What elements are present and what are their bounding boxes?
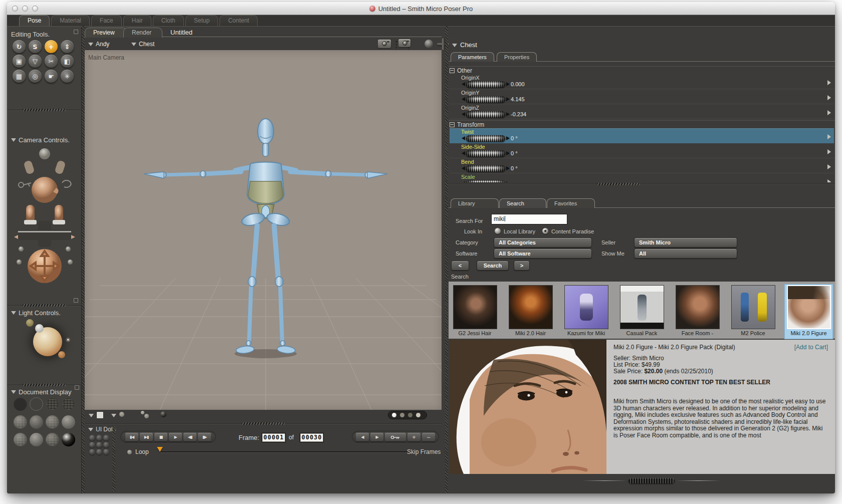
translate-in-out-tool-icon[interactable]: ⇕ <box>61 40 74 53</box>
tab-render[interactable]: Render <box>123 28 162 38</box>
collapse-triangle-icon[interactable] <box>11 390 16 394</box>
go-start-button[interactable]: ▮◀ <box>125 433 138 441</box>
grouping-tool-icon[interactable]: ☛ <box>45 70 58 83</box>
result-thumbnail[interactable] <box>731 285 775 329</box>
ui-dots-resize-handle[interactable] <box>112 426 115 491</box>
light-indicator-2[interactable] <box>35 324 44 333</box>
section-divider[interactable] <box>7 108 81 112</box>
collapse-box-icon[interactable] <box>450 122 455 127</box>
tab-content[interactable]: Content <box>220 15 258 26</box>
tab-cloth[interactable]: Cloth <box>153 15 184 26</box>
window-shade-button[interactable] <box>74 30 78 34</box>
figure-menu-triangle-icon[interactable] <box>88 43 93 46</box>
tab-face[interactable]: Face <box>91 15 122 26</box>
light-indicator-3[interactable] <box>58 351 65 358</box>
tab-search[interactable]: Search <box>499 198 546 208</box>
collapse-box-icon[interactable] <box>450 68 455 73</box>
param-menu-arrow[interactable] <box>827 149 831 154</box>
collapse-triangle-icon[interactable] <box>11 138 16 142</box>
param-value[interactable]: 0 ° <box>511 135 518 141</box>
result-thumbnail[interactable] <box>620 285 664 329</box>
tab-parameters[interactable]: Parameters <box>451 52 494 62</box>
trackball-icon[interactable] <box>425 40 433 48</box>
ui-dots-triangle-icon[interactable] <box>88 428 93 431</box>
content-paradise-option-label[interactable]: Content Paradise <box>551 228 594 234</box>
panel-resize-handle[interactable] <box>445 26 448 493</box>
stop-button[interactable]: ■ <box>154 433 167 441</box>
direct-manipulation-tool-icon[interactable]: ✳ <box>61 70 74 83</box>
multi-ball-icon[interactable] <box>141 411 144 414</box>
param-row-twist[interactable]: Twist 0 ° <box>450 128 834 143</box>
display-dot[interactable] <box>416 413 420 417</box>
tracking-ball-icon[interactable] <box>119 412 124 417</box>
chain-break-tool-icon[interactable]: ✂ <box>45 55 58 68</box>
animation-divider[interactable] <box>85 422 442 425</box>
param-value[interactable]: 4.145 <box>511 96 525 102</box>
taper-tool-icon[interactable]: ▽ <box>29 55 42 68</box>
param-value[interactable]: 0 ° <box>511 165 518 171</box>
timeline-marker[interactable] <box>157 447 163 455</box>
result-thumbnail[interactable] <box>564 285 608 329</box>
titlebar[interactable]: Untitled – Smith Micro Poser Pro <box>7 2 835 15</box>
search-input[interactable]: miki <box>491 214 567 224</box>
result-thumbnail[interactable] <box>509 285 553 329</box>
translate-tool-icon[interactable]: + <box>45 40 58 53</box>
view-magnifier-tool-icon[interactable]: ◎ <box>29 70 42 83</box>
element-menu-triangle-icon[interactable] <box>131 43 136 46</box>
camera-flash-icon[interactable] <box>398 39 410 47</box>
full-tracking-ball-icon[interactable] <box>160 411 166 417</box>
timeline-track[interactable] <box>160 451 414 452</box>
param-value[interactable]: 0 ° <box>511 150 518 156</box>
result-item[interactable]: Face Room - <box>674 285 721 339</box>
software-dropdown[interactable]: All Software <box>494 248 592 259</box>
scale-tool-icon[interactable]: ▣ <box>13 55 26 68</box>
next-keyframe-button[interactable]: ▶ <box>370 433 383 441</box>
tab-setup[interactable]: Setup <box>185 15 218 26</box>
prev-keyframe-button[interactable]: ◀ <box>356 433 369 441</box>
tab-properties[interactable]: Properties <box>497 52 537 62</box>
tab-preview[interactable]: Preview <box>85 28 128 38</box>
local-library-option-label[interactable]: Local Library <box>504 228 535 234</box>
delete-keyframe-button[interactable]: − <box>422 433 435 441</box>
section-divider[interactable] <box>7 304 81 307</box>
next-page-button[interactable]: > <box>514 261 530 271</box>
depth-cue-triangle-icon[interactable] <box>89 414 94 417</box>
multi-ball-icon-2[interactable] <box>144 414 149 418</box>
param-menu-arrow[interactable] <box>827 164 831 169</box>
display-style-cartoon-icon[interactable] <box>62 415 75 429</box>
tracking-box-icon[interactable] <box>96 411 104 419</box>
display-dot-active[interactable] <box>392 413 396 417</box>
param-dial[interactable] <box>466 165 505 172</box>
figure-selector[interactable]: Andy <box>96 41 109 48</box>
current-frame-field[interactable]: 00001 <box>262 433 286 442</box>
element-triangle-icon[interactable] <box>452 44 457 47</box>
param-value[interactable]: -0.234 <box>511 111 526 117</box>
light-indicator-1[interactable] <box>26 319 34 327</box>
display-style-smooth-lined-icon[interactable] <box>46 433 59 446</box>
result-item[interactable]: Casual Pack <box>618 285 666 339</box>
edit-keyframes-button[interactable] <box>385 433 406 441</box>
display-dots[interactable] <box>388 411 427 419</box>
camera-controls-cluster[interactable] <box>14 146 75 286</box>
param-dial[interactable] <box>466 150 505 157</box>
play-button[interactable]: ▶ <box>169 433 182 441</box>
tab-material[interactable]: Material <box>51 15 90 26</box>
result-thumbnail[interactable] <box>453 285 497 329</box>
rotate-tool-icon[interactable]: ↻ <box>13 40 26 53</box>
result-item[interactable]: Miki 2.0 Hair <box>507 285 554 339</box>
param-menu-arrow[interactable] <box>827 80 831 85</box>
section-divider[interactable] <box>7 383 81 387</box>
tracking-triangle-icon[interactable] <box>111 414 116 417</box>
content-paradise-radio[interactable] <box>542 228 548 234</box>
tab-pose[interactable]: Pose <box>19 15 50 26</box>
tab-favorites[interactable]: Favorites <box>547 198 595 208</box>
color-tool-icon[interactable]: ◧ <box>61 55 74 68</box>
seller-dropdown[interactable]: Smith Micro <box>634 237 737 247</box>
camera-icon[interactable] <box>378 40 391 48</box>
param-dial[interactable] <box>466 96 505 103</box>
param-menu-arrow[interactable] <box>827 95 831 100</box>
step-forward-button[interactable]: ▮▶ <box>198 433 211 441</box>
display-style-flat-shaded-icon[interactable] <box>30 415 43 429</box>
param-menu-arrow[interactable] <box>827 134 831 139</box>
search-button[interactable]: Search <box>477 261 509 271</box>
